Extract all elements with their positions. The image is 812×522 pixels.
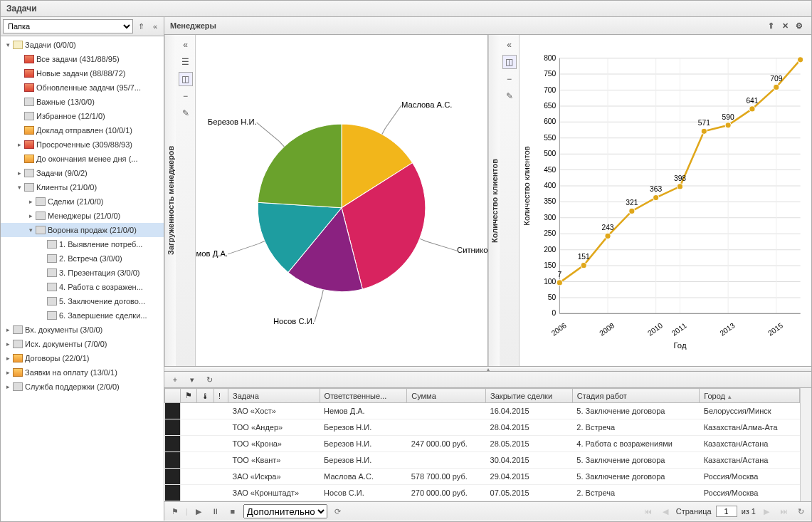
svg-text:300: 300 (544, 214, 556, 221)
play-icon[interactable]: ▶ (192, 505, 205, 518)
hide-sidebar-icon[interactable]: « (149, 20, 162, 33)
svg-point-69 (629, 208, 635, 214)
expand-caret-icon[interactable]: ▸ (4, 369, 12, 376)
svg-text:709: 709 (770, 75, 782, 83)
col-priority[interactable]: ! (214, 389, 228, 403)
list-view-icon[interactable]: ☰ (179, 55, 193, 69)
gear-icon[interactable]: ⚙ (793, 19, 806, 32)
table-row[interactable]: ЗАО «Кронштадт»Носов С.И.270 000.00 руб.… (165, 485, 800, 501)
tree-item-label: Вх. документы (3/0/0) (25, 325, 102, 334)
expand-caret-icon[interactable]: ▸ (15, 169, 23, 177)
col-sum[interactable]: Сумма (407, 389, 486, 403)
table-row[interactable]: ТОО «Андер»Березов Н.И.28.04.20152. Встр… (165, 419, 800, 436)
tree-item[interactable]: ▸ Служба поддержки (2/0/0) (1, 380, 164, 394)
tasks-table[interactable]: ⚑ 🌡 ! Задача Ответственные... Сумма Закр… (164, 388, 800, 501)
svg-line-12 (279, 141, 284, 146)
svg-text:2008: 2008 (598, 321, 616, 337)
tree-item[interactable]: 6. Завершение сделки... (1, 308, 164, 323)
stop-icon[interactable]: ■ (226, 505, 239, 518)
col-close[interactable]: Закрытие сделки (486, 389, 573, 403)
minus-icon[interactable]: − (502, 72, 517, 86)
col-flag[interactable]: ⚑ (181, 389, 197, 403)
tree-item-label: Воронка продаж (21/0/0) (48, 226, 137, 234)
pie-chart-panel: Загруженность менеджеров « ☰ ◫ − ✎ Масло… (164, 35, 488, 366)
next-page-icon[interactable]: ▶ (760, 505, 773, 518)
folder-status-icon (24, 183, 34, 192)
expand-caret-icon[interactable]: ▸ (4, 355, 12, 362)
col-color[interactable] (165, 389, 181, 403)
tree-item[interactable]: ▾ Клиенты (21/0/0) (1, 180, 164, 194)
collapse-chart-icon[interactable]: « (502, 38, 517, 52)
close-panel-icon[interactable]: ✕ (779, 19, 791, 32)
tree-item[interactable]: Избранное (12/1/0) (1, 109, 164, 123)
extra-actions-select[interactable]: Дополнительно (243, 504, 327, 518)
add-dropdown-icon[interactable]: ▾ (186, 373, 199, 386)
tree-item[interactable]: ▾ Задачи (0/0/0) (1, 38, 164, 52)
table-row[interactable]: ТОО «Крона»Березов Н.И.247 000.00 руб.28… (165, 436, 800, 452)
collapse-panel-icon[interactable]: ⇑ (764, 19, 777, 32)
table-row[interactable]: ЗАО «Хост»Немов Д.А.16.04.20155. Заключе… (165, 403, 800, 419)
tree-item[interactable]: Все задачи (431/88/95) (1, 52, 164, 66)
expand-caret-icon[interactable]: ▸ (26, 198, 35, 205)
svg-text:700: 700 (544, 86, 556, 94)
reload-icon[interactable]: ↻ (794, 505, 807, 518)
tree-item[interactable]: Важные (13/0/0) (1, 95, 164, 109)
tree-item[interactable]: ▸ Исх. документы (7/0/0) (1, 337, 164, 351)
edit-icon[interactable]: ✎ (179, 106, 193, 120)
collapse-sidebar-icon[interactable]: ⇑ (135, 20, 147, 33)
tree-item[interactable]: Обновленные задачи (95/7... (1, 80, 164, 95)
col-responsible[interactable]: Ответственные... (320, 389, 407, 403)
chart-view-icon[interactable]: ◫ (179, 72, 193, 86)
svg-point-67 (605, 233, 611, 239)
flag-toggle-icon[interactable]: ⚑ (169, 505, 181, 518)
pause-icon[interactable]: ⏸ (209, 505, 222, 518)
page-input[interactable] (716, 506, 737, 517)
folder-tree[interactable]: ▾ Задачи (0/0/0) Все задачи (431/88/95) … (1, 36, 164, 521)
expand-caret-icon[interactable]: ▸ (26, 212, 35, 219)
svg-text:Немов Д.А.: Немов Д.А. (196, 249, 228, 258)
tree-item[interactable]: 1. Выявление потреб... (1, 237, 164, 251)
tree-item[interactable]: ▸ Вх. документы (3/0/0) (1, 323, 164, 337)
expand-caret-icon[interactable]: ▾ (26, 226, 35, 234)
last-page-icon[interactable]: ⏭ (777, 505, 790, 518)
tree-item[interactable]: 5. Заключение догово... (1, 294, 164, 308)
tree-item[interactable]: 3. Презентация (3/0/0) (1, 266, 164, 280)
minus-icon[interactable]: − (179, 89, 193, 103)
splitter-handle[interactable]: ▴ (164, 366, 811, 372)
refresh-view-icon[interactable]: ⟳ (332, 505, 344, 518)
edit-icon[interactable]: ✎ (502, 89, 517, 103)
tree-item[interactable]: ▸ Заявки на оплату (13/0/1) (1, 365, 164, 380)
tree-item[interactable]: ▸ Сделки (21/0/0) (1, 194, 164, 209)
group-by-select[interactable]: Папка (3, 19, 133, 33)
tree-item[interactable]: Новые задачи (88/88/72) (1, 66, 164, 80)
tree-item[interactable]: ▸ Менеджеры (21/0/0) (1, 209, 164, 223)
tree-item[interactable]: ▸ Просроченные (309/88/93) (1, 137, 164, 152)
expand-caret-icon[interactable]: ▸ (4, 326, 12, 333)
expand-caret-icon[interactable]: ▾ (4, 41, 12, 48)
first-page-icon[interactable]: ⏮ (642, 505, 655, 518)
refresh-button[interactable]: ↻ (203, 373, 216, 386)
col-thermometer[interactable]: 🌡 (197, 389, 214, 403)
col-task[interactable]: Задача (228, 389, 320, 403)
expand-caret-icon[interactable]: ▸ (4, 383, 12, 390)
expand-caret-icon[interactable]: ▸ (15, 141, 23, 148)
tree-item[interactable]: 2. Встреча (3/0/0) (1, 251, 164, 266)
expand-caret-icon[interactable]: ▾ (15, 184, 23, 191)
tree-item[interactable]: 4. Работа с возражен... (1, 280, 164, 294)
tree-item[interactable]: ▸ Задачи (9/0/2) (1, 166, 164, 180)
svg-line-3 (420, 239, 427, 241)
table-row[interactable]: ТОО «Квант»Березов Н.И.30.04.20155. Закл… (165, 452, 800, 469)
col-city[interactable]: Город (700, 389, 800, 403)
folder-status-icon (47, 283, 57, 291)
collapse-chart-icon[interactable]: « (179, 38, 193, 52)
col-stage[interactable]: Стадия работ (572, 389, 699, 403)
chart-view-icon[interactable]: ◫ (502, 55, 517, 69)
tree-item[interactable]: До окончания менее дня (... (1, 152, 164, 166)
tree-item[interactable]: Доклад отправлен (10/0/1) (1, 123, 164, 137)
table-row[interactable]: ЗАО «Искра»Маслова А.С.578 700.00 руб.29… (165, 469, 800, 485)
expand-caret-icon[interactable]: ▸ (4, 340, 12, 348)
tree-item[interactable]: ▸ Договоры (22/0/1) (1, 351, 164, 365)
prev-page-icon[interactable]: ◀ (659, 505, 672, 518)
tree-item[interactable]: ▾ Воронка продаж (21/0/0) (1, 223, 164, 237)
add-button[interactable]: + (169, 373, 181, 386)
